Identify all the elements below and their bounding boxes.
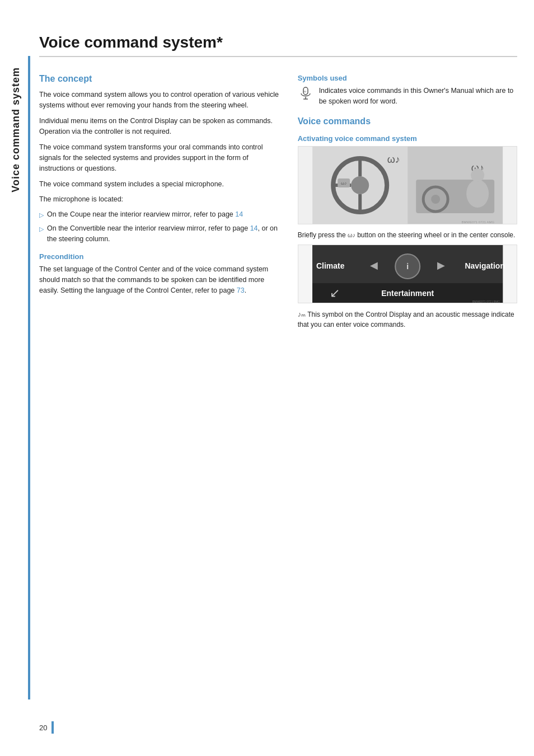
svg-text:Climate: Climate: [316, 261, 345, 270]
main-content: Voice command system* The concept The vo…: [39, 34, 517, 334]
precondition-body: The set language of the Control Center a…: [39, 265, 268, 295]
list-item: ▷ On the Convertible near the interior r…: [39, 223, 281, 245]
svg-text:i: i: [406, 262, 409, 271]
steering-illustration: ω♪ ω♪ ω♪: [298, 146, 517, 224]
bullet-text-2: On the Convertible near the interior rea…: [47, 223, 281, 245]
activating-heading: Activating voice command system: [298, 134, 517, 143]
page-link-73[interactable]: 73: [237, 287, 245, 294]
list-item: ▷ On the Coupe near the interior rearvie…: [39, 209, 281, 220]
sidebar-label: Voice command system: [10, 67, 27, 192]
steering-wheel-svg: ω♪ ω♪ ω♪: [298, 146, 517, 224]
menu-caption-text: This symbol on the Control Display and a…: [298, 311, 514, 329]
right-column: Symbols used ω Indicates voice commands …: [298, 74, 517, 334]
concept-para-5: The microphone is located:: [39, 194, 281, 205]
svg-text:↙: ↙: [330, 286, 340, 300]
svg-text:ω: ω: [304, 90, 306, 93]
page-bar: [51, 721, 54, 734]
concept-para-3: The voice command system transforms your…: [39, 142, 281, 175]
symbols-text: Indicates voice commands in this Owner's…: [319, 86, 517, 107]
accent-bar: [28, 56, 30, 699]
steering-caption-suffix: button on the steering wheel or in the c…: [357, 231, 515, 239]
concept-para-2: Individual menu items on the Control Dis…: [39, 116, 281, 138]
menu-svg: Climate ◀ i ▶ Navigation: [298, 245, 517, 303]
steering-button-symbol: ω♪: [348, 232, 357, 238]
page-title: Voice command system*: [39, 34, 517, 57]
svg-text:BMWE071 0721 AMG: BMWE071 0721 AMG: [461, 220, 494, 224]
precondition-period: .: [245, 287, 246, 294]
svg-text:BMWE071 0721 BMG: BMWE071 0721 BMG: [472, 300, 500, 303]
menu-caption-symbol: ♪ₘ: [298, 310, 306, 318]
precondition-text: The set language of the Control Center a…: [39, 264, 281, 297]
left-column: The concept The voice command system all…: [39, 74, 281, 334]
microphone-bullet-list: ▷ On the Coupe near the interior rearvie…: [39, 209, 281, 244]
bullet-text-1: On the Coupe near the interior rearview …: [47, 209, 243, 220]
steering-caption-text: Briefly press the: [298, 231, 346, 239]
svg-point-20: [471, 168, 484, 182]
voice-mic-icon: ω: [298, 86, 313, 101]
svg-text:◀: ◀: [370, 260, 378, 271]
bullet-arrow-icon: ▷: [39, 210, 44, 220]
svg-point-17: [431, 195, 440, 204]
voice-commands-heading: Voice commands: [298, 116, 517, 126]
precondition-heading: Precondition: [39, 252, 281, 261]
svg-text:Entertainment: Entertainment: [381, 289, 434, 298]
steering-svg-container: ω♪ ω♪ ω♪: [298, 147, 517, 224]
concept-para-1: The voice command system allows you to c…: [39, 90, 281, 111]
page-container: Voice command system Voice command syste…: [0, 0, 534, 756]
page-number: 20: [39, 724, 47, 732]
page-number-area: 20: [39, 721, 54, 734]
svg-text:ω♪: ω♪: [387, 154, 400, 165]
two-col-layout: The concept The voice command system all…: [39, 74, 517, 334]
bullet-arrow-icon: ▷: [39, 224, 44, 234]
svg-text:Navigation: Navigation: [465, 261, 505, 270]
svg-point-19: [466, 180, 489, 208]
symbol-row: ω Indicates voice commands in this Owner…: [298, 86, 517, 107]
steering-caption: Briefly press the ω♪ button on the steer…: [298, 230, 517, 240]
page-link-14a[interactable]: 14: [235, 210, 243, 218]
svg-text:▶: ▶: [437, 260, 445, 271]
voice-command-icon: ω: [298, 86, 313, 101]
concept-para-4: The voice command system includes a spec…: [39, 179, 281, 190]
svg-text:ω♪: ω♪: [341, 181, 346, 186]
page-link-14b[interactable]: 14: [250, 224, 258, 232]
menu-illustration: Climate ◀ i ▶ Navigation: [298, 245, 517, 303]
svg-point-7: [351, 176, 369, 194]
menu-caption: ♪ₘ This symbol on the Control Display an…: [298, 309, 517, 330]
concept-heading: The concept: [39, 74, 281, 84]
symbols-heading: Symbols used: [298, 74, 517, 82]
